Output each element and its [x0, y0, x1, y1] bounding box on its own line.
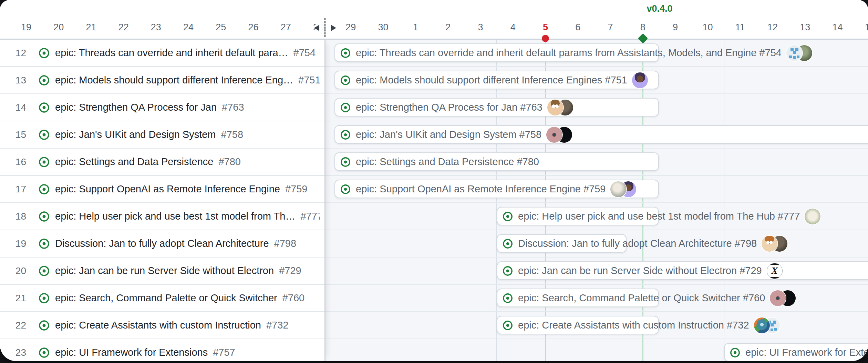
date-header-label: 24 — [183, 22, 194, 33]
date-header-label: 25 — [216, 22, 226, 33]
avatar[interactable] — [786, 45, 802, 61]
table-row[interactable]: 18 epic: Help user pick and use best 1st… — [0, 203, 324, 230]
issue-number: #732 — [266, 320, 289, 331]
open-issue-icon — [38, 347, 50, 359]
issue-title: epic: Help user pick and use best 1st mo… — [55, 211, 295, 222]
bar-label: Discussion: Jan to fully adopt Clean Arc… — [518, 238, 757, 249]
bar-content: epic: Support OpenAI as Remote Inference… — [340, 176, 636, 202]
open-issue-icon — [340, 184, 351, 195]
date-header-label: 12 — [767, 22, 778, 33]
open-issue-icon — [38, 238, 50, 250]
table-row[interactable]: 20 epic: Jan can be run Server Side with… — [0, 258, 324, 285]
row-number: 13 — [6, 67, 26, 93]
bar-label: epic: Support OpenAI as Remote Inference… — [356, 183, 606, 195]
date-header-label: 3 — [478, 22, 483, 33]
bar-content: epic: Search, Command Palette or Quick S… — [502, 285, 796, 311]
date-header-label: 6 — [575, 22, 580, 33]
row-number: 18 — [6, 203, 26, 230]
open-issue-icon — [502, 265, 513, 276]
date-header-label: 30 — [378, 22, 388, 33]
open-issue-icon — [38, 156, 50, 168]
open-issue-icon — [340, 129, 351, 140]
table-row[interactable]: 23 epic: UI Framework for Extensions #75… — [0, 339, 324, 361]
cursor-dashed-line — [324, 18, 326, 37]
row-number: 15 — [6, 121, 26, 148]
avatar-group — [547, 100, 573, 115]
milestone-label[interactable]: v0.4.0 — [647, 3, 672, 14]
today-marker-icon — [542, 35, 549, 42]
table-row[interactable]: 13 epic: Models should support different… — [0, 67, 324, 94]
cursor-arrow-left-icon — [314, 25, 319, 31]
avatar[interactable] — [547, 100, 563, 115]
open-issue-icon — [38, 320, 50, 331]
bar-label: epic: Help user pick and use best 1st mo… — [518, 211, 800, 222]
issue-number: #798 — [274, 238, 297, 249]
open-issue-icon — [38, 211, 50, 222]
bar-content: epic: Threads can override and inherit d… — [340, 40, 812, 66]
open-issue-icon — [38, 47, 50, 59]
date-header-label: 9 — [673, 22, 678, 33]
avatar[interactable] — [610, 181, 626, 197]
date-header-label: 22 — [118, 22, 129, 33]
table-rows: 12 epic: Threads can override and inheri… — [0, 40, 324, 361]
issue-title: epic: Search, Command Palette or Quick S… — [55, 292, 277, 304]
bar-label: epic: Threads can override and inherit d… — [356, 47, 782, 59]
open-issue-icon — [730, 347, 741, 358]
avatar[interactable] — [770, 290, 786, 306]
open-issue-icon — [502, 238, 513, 249]
table-row[interactable]: 15 epic: Jan's UIKit and Design System #… — [0, 121, 324, 149]
table-row[interactable]: 22 epic: Create Assistants with custom I… — [0, 312, 324, 339]
issue-title: epic: Settings and Data Persistence — [55, 156, 213, 168]
issue-number: #754 — [293, 47, 316, 59]
row-number: 16 — [6, 149, 26, 175]
table-row[interactable]: 16 epic: Settings and Data Persistence #… — [0, 149, 324, 176]
avatar-group — [786, 45, 812, 61]
bar-content: Discussion: Jan to fully adopt Clean Arc… — [502, 230, 787, 257]
open-issue-icon — [502, 293, 513, 304]
cursor-arrow-right-icon — [331, 25, 336, 31]
table-row[interactable]: 17 epic: Support OpenAI as Remote Infere… — [0, 176, 324, 203]
avatar[interactable] — [632, 72, 648, 88]
avatar[interactable] — [754, 317, 770, 333]
bar-content: epic: Jan's UIKit and Design System #758 — [340, 121, 572, 148]
issue-number: #780 — [218, 156, 241, 168]
avatar-group — [610, 181, 636, 197]
issue-title: epic: Jan's UIKit and Design System — [55, 129, 216, 140]
table-row[interactable]: 19 Discussion: Jan to fully adopt Clean … — [0, 230, 324, 258]
date-header-label: 1 — [413, 22, 418, 33]
issue-number: #729 — [279, 265, 301, 276]
open-issue-icon — [38, 102, 50, 113]
date-header-label: 4 — [510, 22, 516, 33]
bar-label: epic: Settings and Data Persistence #780 — [356, 156, 539, 168]
issue-title: epic: Jan can be run Server Side without… — [55, 265, 274, 276]
open-issue-icon — [38, 74, 50, 86]
avatar[interactable]: X — [767, 263, 783, 279]
issue-number: #757 — [213, 347, 235, 358]
date-header-label: 26 — [248, 22, 259, 33]
open-issue-icon — [38, 265, 50, 277]
date-header-label: 21 — [86, 22, 96, 33]
table-row[interactable]: 14 epic: Strengthen QA Process for Jan #… — [0, 94, 324, 121]
date-header-label: 19 — [21, 22, 31, 33]
date-header-label: 2 — [445, 22, 451, 33]
issue-title: epic: Support OpenAI as Remote Inference… — [55, 183, 280, 195]
row-number: 12 — [6, 40, 26, 66]
table-row[interactable]: 12 epic: Threads can override and inheri… — [0, 40, 324, 67]
issue-number: #758 — [221, 129, 244, 140]
avatar-group — [546, 127, 572, 143]
bar-label: epic: Jan's UIKit and Design System #758 — [356, 129, 541, 140]
date-header-label: 5 — [543, 22, 548, 33]
bar-content: epic: Strengthen QA Process for Jan #763 — [340, 94, 573, 121]
table-row[interactable]: 21 epic: Search, Command Palette or Quic… — [0, 285, 324, 312]
date-header-label: 11 — [735, 22, 745, 33]
open-issue-icon — [340, 102, 351, 113]
row-number: 19 — [6, 230, 26, 257]
avatar[interactable] — [762, 236, 777, 252]
roadmap-window: epic: Threads can override and inherit d… — [0, 0, 868, 361]
avatar[interactable] — [546, 127, 562, 143]
issues-table: 12 epic: Threads can override and inheri… — [0, 40, 326, 361]
issue-title: epic: UI Framework for Extensions — [55, 347, 208, 358]
issue-title: epic: Create Assistants with custom Inst… — [55, 320, 261, 331]
open-issue-icon — [340, 157, 351, 168]
avatar[interactable] — [805, 209, 820, 224]
